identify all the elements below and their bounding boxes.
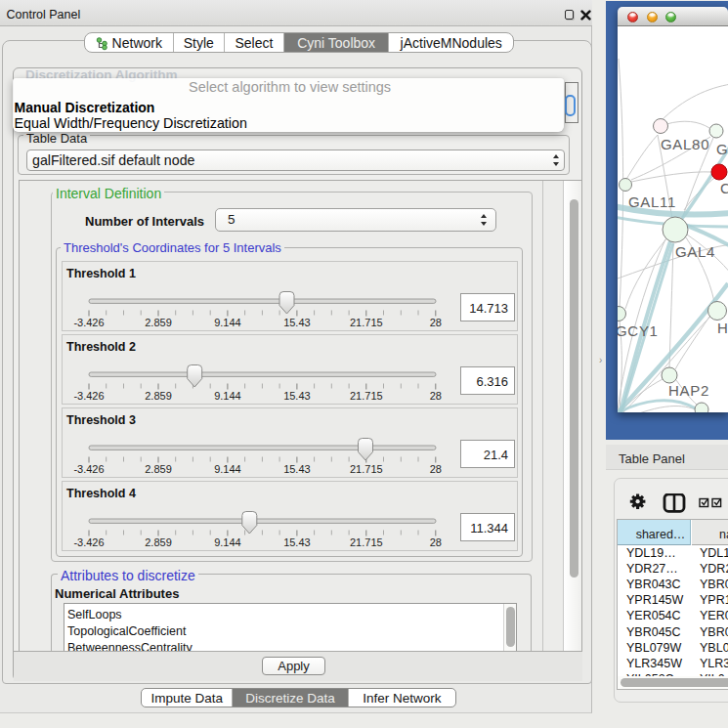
svg-text:2.859: 2.859 (145, 317, 172, 328)
svg-text:15.43: 15.43 (283, 317, 311, 328)
svg-text:21.715: 21.715 (350, 390, 383, 402)
svg-text:9.144: 9.144 (214, 463, 241, 475)
svg-text:GCY1: GCY1 (618, 322, 659, 339)
svg-text:GA: GA (716, 141, 728, 157)
svg-text:15.43: 15.43 (283, 390, 311, 402)
svg-text:-3.426: -3.426 (73, 317, 104, 328)
svg-text:GAL11: GAL11 (628, 193, 676, 210)
svg-text:9.144: 9.144 (214, 390, 241, 402)
svg-text:GAL4: GAL4 (675, 243, 715, 260)
svg-text:-3.426: -3.426 (73, 390, 104, 402)
svg-text:28: 28 (430, 536, 442, 548)
svg-text:-3.426: -3.426 (73, 463, 104, 475)
svg-text:GAL80: GAL80 (661, 136, 709, 152)
svg-text:C: C (720, 180, 728, 196)
svg-text:HAP2: HAP2 (668, 382, 709, 399)
svg-text:28: 28 (430, 317, 442, 328)
svg-text:21.715: 21.715 (350, 317, 383, 328)
svg-text:21.715: 21.715 (350, 463, 383, 475)
svg-text:28: 28 (430, 390, 442, 402)
svg-text:28: 28 (430, 463, 442, 475)
svg-text:21.715: 21.715 (350, 536, 383, 548)
svg-text:2.859: 2.859 (145, 536, 172, 548)
svg-text:-3.426: -3.426 (73, 536, 104, 548)
svg-text:2.859: 2.859 (145, 463, 172, 475)
svg-text:9.144: 9.144 (214, 536, 241, 548)
svg-text:9.144: 9.144 (214, 317, 241, 328)
svg-text:15.43: 15.43 (283, 463, 311, 475)
svg-text:H: H (717, 320, 728, 336)
svg-text:2.859: 2.859 (145, 390, 172, 402)
svg-text:15.43: 15.43 (283, 536, 311, 548)
